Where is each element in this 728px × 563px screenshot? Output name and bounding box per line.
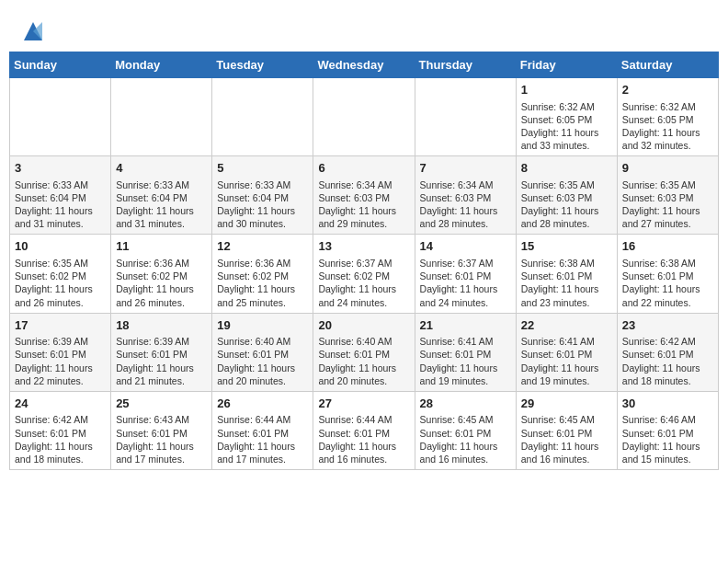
- day-number: 19: [217, 317, 308, 334]
- calendar-cell: [111, 78, 212, 156]
- day-number: 29: [521, 396, 612, 412]
- day-info: Sunrise: 6:32 AM Sunset: 6:05 PM Dayligh…: [622, 100, 713, 153]
- calendar-cell: 29Sunrise: 6:45 AM Sunset: 6:01 PM Dayli…: [516, 391, 617, 469]
- calendar-cell: 3Sunrise: 6:33 AM Sunset: 6:04 PM Daylig…: [10, 156, 111, 235]
- day-number: 7: [420, 160, 511, 177]
- day-number: 23: [622, 317, 713, 334]
- day-number: 17: [15, 317, 106, 334]
- day-info: Sunrise: 6:44 AM Sunset: 6:01 PM Dayligh…: [217, 413, 308, 465]
- calendar-cell: 24Sunrise: 6:42 AM Sunset: 6:01 PM Dayli…: [10, 391, 111, 469]
- calendar-week-row: 3Sunrise: 6:33 AM Sunset: 6:04 PM Daylig…: [10, 156, 719, 235]
- day-number: 18: [116, 317, 207, 334]
- day-number: 15: [521, 238, 612, 255]
- day-info: Sunrise: 6:35 AM Sunset: 6:03 PM Dayligh…: [622, 178, 713, 231]
- calendar-cell: 8Sunrise: 6:35 AM Sunset: 6:03 PM Daylig…: [516, 156, 617, 235]
- calendar-cell: 7Sunrise: 6:34 AM Sunset: 6:03 PM Daylig…: [415, 156, 516, 235]
- day-number: 11: [116, 238, 207, 255]
- calendar-cell: 12Sunrise: 6:36 AM Sunset: 6:02 PM Dayli…: [212, 235, 313, 313]
- day-number: 6: [318, 160, 409, 177]
- day-number: 5: [217, 160, 308, 177]
- calendar-week-row: 24Sunrise: 6:42 AM Sunset: 6:01 PM Dayli…: [10, 391, 719, 469]
- day-info: Sunrise: 6:41 AM Sunset: 6:01 PM Dayligh…: [420, 335, 511, 387]
- day-info: Sunrise: 6:34 AM Sunset: 6:03 PM Dayligh…: [318, 178, 409, 231]
- day-info: Sunrise: 6:42 AM Sunset: 6:01 PM Dayligh…: [622, 335, 713, 387]
- calendar-cell: 21Sunrise: 6:41 AM Sunset: 6:01 PM Dayli…: [415, 313, 516, 391]
- weekday-header-sunday: Sunday: [10, 52, 111, 78]
- day-number: 16: [622, 238, 713, 255]
- day-number: 22: [521, 317, 612, 334]
- day-info: Sunrise: 6:45 AM Sunset: 6:01 PM Dayligh…: [420, 413, 511, 465]
- day-info: Sunrise: 6:40 AM Sunset: 6:01 PM Dayligh…: [217, 335, 308, 387]
- calendar-cell: 15Sunrise: 6:38 AM Sunset: 6:01 PM Dayli…: [516, 235, 617, 313]
- calendar-cell: 6Sunrise: 6:34 AM Sunset: 6:03 PM Daylig…: [313, 156, 415, 235]
- calendar-cell: 30Sunrise: 6:46 AM Sunset: 6:01 PM Dayli…: [617, 391, 718, 469]
- day-number: 12: [217, 238, 308, 255]
- day-info: Sunrise: 6:34 AM Sunset: 6:03 PM Dayligh…: [420, 178, 511, 231]
- weekday-header-friday: Friday: [516, 52, 617, 78]
- calendar-cell: 18Sunrise: 6:39 AM Sunset: 6:01 PM Dayli…: [111, 313, 212, 391]
- calendar-cell: 23Sunrise: 6:42 AM Sunset: 6:01 PM Dayli…: [617, 313, 718, 391]
- day-info: Sunrise: 6:39 AM Sunset: 6:01 PM Dayligh…: [116, 335, 207, 387]
- day-number: 28: [420, 396, 511, 412]
- calendar-cell: 16Sunrise: 6:38 AM Sunset: 6:01 PM Dayli…: [617, 235, 718, 313]
- day-number: 30: [622, 396, 713, 412]
- calendar-cell: 27Sunrise: 6:44 AM Sunset: 6:01 PM Dayli…: [313, 391, 415, 469]
- logo: [18, 18, 46, 44]
- calendar-cell: 22Sunrise: 6:41 AM Sunset: 6:01 PM Dayli…: [516, 313, 617, 391]
- day-info: Sunrise: 6:44 AM Sunset: 6:01 PM Dayligh…: [318, 413, 409, 465]
- day-info: Sunrise: 6:39 AM Sunset: 6:01 PM Dayligh…: [15, 335, 106, 387]
- day-number: 9: [622, 160, 713, 177]
- weekday-header-row: SundayMondayTuesdayWednesdayThursdayFrid…: [10, 52, 719, 78]
- day-number: 14: [420, 238, 511, 255]
- calendar-week-row: 1Sunrise: 6:32 AM Sunset: 6:05 PM Daylig…: [10, 78, 719, 156]
- day-number: 1: [521, 82, 612, 98]
- calendar-table: SundayMondayTuesdayWednesdayThursdayFrid…: [9, 52, 719, 470]
- calendar-cell: 4Sunrise: 6:33 AM Sunset: 6:04 PM Daylig…: [111, 156, 212, 235]
- day-info: Sunrise: 6:38 AM Sunset: 6:01 PM Dayligh…: [622, 257, 713, 309]
- calendar-cell: 19Sunrise: 6:40 AM Sunset: 6:01 PM Dayli…: [212, 313, 313, 391]
- day-number: 21: [420, 317, 511, 334]
- day-info: Sunrise: 6:36 AM Sunset: 6:02 PM Dayligh…: [116, 257, 207, 309]
- day-number: 3: [15, 160, 106, 177]
- day-info: Sunrise: 6:42 AM Sunset: 6:01 PM Dayligh…: [15, 413, 106, 465]
- calendar-week-row: 10Sunrise: 6:35 AM Sunset: 6:02 PM Dayli…: [10, 235, 719, 313]
- calendar-cell: 17Sunrise: 6:39 AM Sunset: 6:01 PM Dayli…: [10, 313, 111, 391]
- day-info: Sunrise: 6:45 AM Sunset: 6:01 PM Dayligh…: [521, 413, 612, 465]
- page-header: [9, 9, 719, 52]
- calendar-cell: 26Sunrise: 6:44 AM Sunset: 6:01 PM Dayli…: [212, 391, 313, 469]
- day-info: Sunrise: 6:40 AM Sunset: 6:01 PM Dayligh…: [318, 335, 409, 387]
- calendar-cell: 14Sunrise: 6:37 AM Sunset: 6:01 PM Dayli…: [415, 235, 516, 313]
- weekday-header-saturday: Saturday: [617, 52, 718, 78]
- calendar-cell: 2Sunrise: 6:32 AM Sunset: 6:05 PM Daylig…: [617, 78, 718, 156]
- day-number: 25: [116, 396, 207, 412]
- logo-icon: [20, 18, 46, 44]
- day-info: Sunrise: 6:37 AM Sunset: 6:01 PM Dayligh…: [420, 257, 511, 309]
- weekday-header-wednesday: Wednesday: [313, 52, 415, 78]
- day-number: 13: [318, 238, 409, 255]
- weekday-header-thursday: Thursday: [415, 52, 516, 78]
- calendar-cell: [313, 78, 415, 156]
- calendar-cell: [415, 78, 516, 156]
- day-info: Sunrise: 6:37 AM Sunset: 6:02 PM Dayligh…: [318, 257, 409, 309]
- day-number: 24: [15, 396, 106, 412]
- day-number: 27: [318, 396, 409, 412]
- calendar-cell: 25Sunrise: 6:43 AM Sunset: 6:01 PM Dayli…: [111, 391, 212, 469]
- calendar-cell: 9Sunrise: 6:35 AM Sunset: 6:03 PM Daylig…: [617, 156, 718, 235]
- calendar-cell: 28Sunrise: 6:45 AM Sunset: 6:01 PM Dayli…: [415, 391, 516, 469]
- day-info: Sunrise: 6:32 AM Sunset: 6:05 PM Dayligh…: [521, 100, 612, 153]
- day-number: 2: [622, 82, 713, 98]
- weekday-header-monday: Monday: [111, 52, 212, 78]
- calendar-cell: [212, 78, 313, 156]
- day-info: Sunrise: 6:46 AM Sunset: 6:01 PM Dayligh…: [622, 413, 713, 465]
- calendar-cell: 1Sunrise: 6:32 AM Sunset: 6:05 PM Daylig…: [516, 78, 617, 156]
- day-number: 8: [521, 160, 612, 177]
- calendar-cell: [10, 78, 111, 156]
- calendar-cell: 20Sunrise: 6:40 AM Sunset: 6:01 PM Dayli…: [313, 313, 415, 391]
- day-info: Sunrise: 6:35 AM Sunset: 6:03 PM Dayligh…: [521, 178, 612, 231]
- day-info: Sunrise: 6:43 AM Sunset: 6:01 PM Dayligh…: [116, 413, 207, 465]
- calendar-cell: 13Sunrise: 6:37 AM Sunset: 6:02 PM Dayli…: [313, 235, 415, 313]
- calendar-cell: 11Sunrise: 6:36 AM Sunset: 6:02 PM Dayli…: [111, 235, 212, 313]
- day-info: Sunrise: 6:33 AM Sunset: 6:04 PM Dayligh…: [15, 178, 106, 231]
- day-info: Sunrise: 6:33 AM Sunset: 6:04 PM Dayligh…: [116, 178, 207, 231]
- calendar-cell: 10Sunrise: 6:35 AM Sunset: 6:02 PM Dayli…: [10, 235, 111, 313]
